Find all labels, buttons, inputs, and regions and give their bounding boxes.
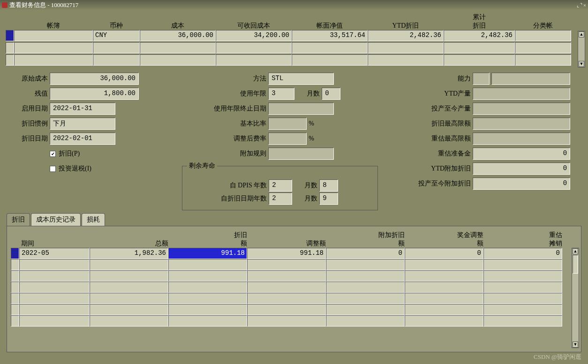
scroll-down-icon[interactable]: ▼ (573, 342, 578, 348)
life-years-field[interactable]: 3 (268, 88, 294, 100)
cell-reval[interactable] (483, 304, 562, 315)
reval-reserve-field[interactable]: 0 (473, 148, 570, 160)
row-indicator[interactable] (11, 293, 19, 304)
scroll-up-icon[interactable]: ▲ (573, 248, 578, 254)
cell-bonus_adj[interactable] (405, 259, 483, 270)
cell-total[interactable] (90, 282, 168, 293)
cell-period[interactable] (19, 315, 90, 327)
accum-field[interactable]: 2,482.36 (444, 30, 515, 41)
cell-total[interactable] (90, 304, 168, 315)
scroll-down-icon[interactable]: ▼ (579, 61, 584, 67)
category-field[interactable] (515, 54, 571, 66)
close-icon[interactable]: × (583, 2, 586, 8)
cell-bonus[interactable] (326, 259, 405, 270)
recoverable-field[interactable] (216, 42, 292, 53)
row-indicator[interactable] (11, 270, 19, 282)
row-indicator[interactable] (6, 30, 14, 41)
cell-adj[interactable] (247, 282, 326, 293)
currency-field[interactable] (93, 54, 140, 66)
row-indicator[interactable] (6, 42, 14, 53)
cell-bonus[interactable] (326, 270, 405, 282)
recoverable-field[interactable] (216, 54, 292, 66)
tab-impairment[interactable]: 损耗 (82, 213, 105, 226)
cell-reval[interactable] (483, 282, 562, 293)
ltd-bonus-field[interactable]: 0 (473, 178, 570, 190)
cell-adj[interactable] (247, 315, 326, 327)
row-indicator[interactable] (11, 304, 19, 315)
life-months-field[interactable]: 0 (322, 88, 340, 100)
cell-bonus_adj[interactable]: 0 (405, 248, 483, 259)
restore-icon[interactable]: ⌝ (580, 2, 582, 8)
nbv-field[interactable] (292, 42, 368, 53)
cell-bonus_adj[interactable] (405, 282, 483, 293)
cell-bonus[interactable] (326, 293, 405, 304)
cell-total[interactable] (90, 259, 168, 270)
depr-years-field[interactable]: 2 (269, 193, 292, 205)
row-indicator[interactable] (11, 282, 19, 293)
ledger-field[interactable] (14, 30, 93, 41)
row-indicator[interactable] (11, 315, 19, 327)
cell-depr[interactable] (168, 304, 247, 315)
scroll-up-icon[interactable]: ▲ (579, 31, 584, 37)
cell-adj[interactable] (247, 259, 326, 270)
scroll-thumb[interactable] (573, 255, 578, 274)
cell-adj[interactable]: 991.18 (247, 248, 326, 259)
cell-reval[interactable] (483, 270, 562, 282)
cell-reval[interactable] (483, 259, 562, 270)
tab-cost-history[interactable]: 成本历史记录 (31, 213, 81, 226)
ledger-field[interactable] (14, 54, 93, 66)
table-scrollbar[interactable]: ▲ ▼ (572, 248, 579, 348)
cell-total[interactable]: 1,982.36 (90, 248, 168, 259)
cell-period[interactable]: 2022-05 (19, 248, 90, 259)
cell-adj[interactable] (247, 293, 326, 304)
cost-field[interactable] (140, 54, 216, 66)
cell-total[interactable] (90, 270, 168, 282)
cell-period[interactable] (19, 293, 90, 304)
itc-checkbox[interactable] (50, 166, 56, 172)
ytd-bonus-field[interactable]: 0 (473, 163, 570, 175)
cell-bonus_adj[interactable] (405, 293, 483, 304)
cell-period[interactable] (19, 282, 90, 293)
method-field[interactable]: STL (268, 73, 334, 85)
ytd-field[interactable] (368, 42, 444, 53)
depr-date-field[interactable]: 2022-02-01 (50, 133, 115, 145)
row-indicator[interactable] (11, 259, 19, 270)
enable-date-field[interactable]: 2022-01-31 (50, 103, 115, 115)
nbv-field[interactable]: 33,517.64 (292, 30, 368, 41)
nbv-field[interactable] (292, 54, 368, 66)
cell-total[interactable] (90, 315, 168, 327)
dpis-years-field[interactable]: 2 (269, 179, 292, 192)
cell-bonus[interactable] (326, 282, 405, 293)
cell-period[interactable] (19, 259, 90, 270)
minimize-icon[interactable]: ⌞ (577, 2, 579, 8)
cell-period[interactable] (19, 304, 90, 315)
accum-field[interactable] (444, 54, 515, 66)
cell-bonus[interactable] (326, 304, 405, 315)
depr-months-field[interactable]: 9 (319, 193, 338, 205)
cell-bonus[interactable]: 0 (326, 248, 405, 259)
currency-field[interactable]: CNY (93, 30, 140, 41)
ytd-field[interactable] (368, 54, 444, 66)
cell-adj[interactable] (247, 270, 326, 282)
salvage-field[interactable]: 1,800.00 (50, 88, 139, 100)
cell-period[interactable] (19, 270, 90, 282)
cell-bonus_adj[interactable] (405, 315, 483, 327)
cost-field[interactable] (140, 42, 216, 53)
cell-depr[interactable] (168, 293, 247, 304)
cell-adj[interactable] (247, 304, 326, 315)
cell-depr[interactable] (168, 282, 247, 293)
cell-depr[interactable] (168, 259, 247, 270)
recoverable-field[interactable]: 34,200.00 (216, 30, 292, 41)
cell-depr[interactable] (168, 315, 247, 327)
dpis-months-field[interactable]: 8 (319, 179, 338, 192)
cell-bonus_adj[interactable] (405, 270, 483, 282)
summary-scrollbar[interactable]: ▲ ▼ (578, 31, 585, 67)
cell-reval[interactable] (483, 293, 562, 304)
depr-checkbox[interactable]: ✔ (50, 151, 56, 157)
ledger-field[interactable] (14, 42, 93, 53)
cell-reval[interactable] (483, 315, 562, 327)
category-field[interactable] (515, 30, 571, 41)
row-indicator[interactable] (11, 248, 19, 259)
original-cost-field[interactable]: 36,000.00 (50, 73, 139, 85)
ytd-field[interactable]: 2,482.36 (368, 30, 444, 41)
